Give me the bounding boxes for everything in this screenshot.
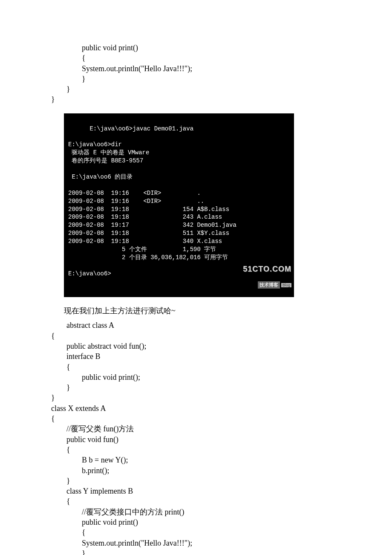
code-block-top: public void print() { System.out.println… xyxy=(51,43,341,105)
terminal-output: E:\java\oo6>javac Demo01.java E:\java\oo… xyxy=(64,113,294,298)
code-block-bottom: abstract class A { public abstract void … xyxy=(51,320,341,555)
terminal-subtitle: 技术博客 xyxy=(258,281,280,289)
terminal-text: E:\java\oo6>javac Demo01.java E:\java\oo… xyxy=(68,125,236,277)
explanation-note: 现在我们加上主方法进行测试哈~ xyxy=(64,306,341,316)
terminal-watermark: 51CTO.COM 技术博客Blog xyxy=(243,251,291,295)
terminal-logo-text: 51CTO.COM xyxy=(243,264,291,274)
terminal-badge: Blog xyxy=(281,283,291,287)
